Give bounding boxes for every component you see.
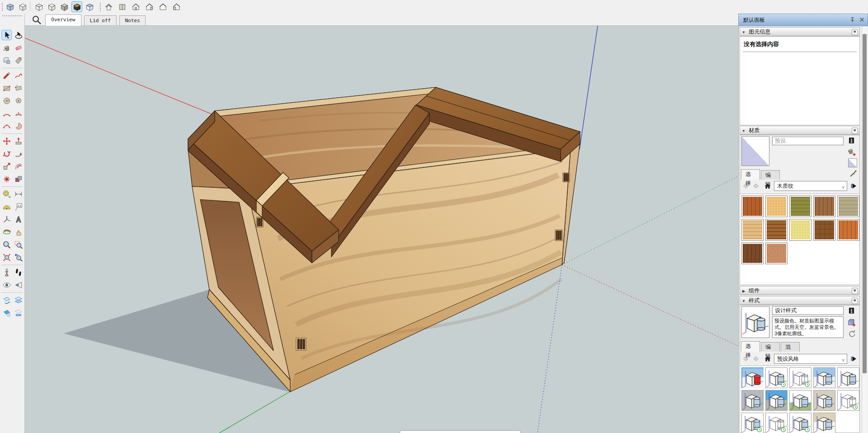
style-thumbnail-red-cylinder-sky[interactable] [741, 367, 764, 388]
materials-tab-选择[interactable]: 选择 [741, 169, 760, 180]
material-swatch-orange-planks[interactable] [837, 219, 859, 241]
tool-zoom-previous-button[interactable] [13, 252, 24, 262]
view-left-button[interactable] [171, 1, 182, 12]
style-name-field[interactable]: 设计样式 [772, 306, 844, 315]
tool-section-plane-button[interactable] [1, 295, 12, 305]
model-viewport[interactable] [25, 26, 738, 433]
view-top-button[interactable] [117, 1, 127, 12]
section-header-styles[interactable]: ▼ 样式 ■ [740, 296, 860, 305]
face-style-back-edges-button[interactable] [17, 1, 28, 12]
section-close-icon[interactable]: ■ [852, 288, 858, 294]
secondary-pane-button[interactable] [847, 136, 856, 145]
tool-dimension-button[interactable] [13, 189, 24, 199]
material-swatch-cherry[interactable] [741, 195, 764, 217]
view-back-button[interactable] [157, 1, 168, 12]
tool-position-camera-button[interactable] [1, 267, 12, 277]
active-material-sample[interactable] [848, 158, 857, 167]
style-thumbnail-green-ground[interactable] [789, 390, 811, 411]
tool-3d-text-button[interactable] [13, 214, 24, 224]
styles-tab-选择[interactable]: 选择 [741, 341, 760, 352]
tool-rectangle-button[interactable] [1, 83, 12, 93]
toolbar-grip[interactable] [1, 2, 3, 11]
tool-offset-button[interactable] [13, 161, 24, 171]
tool-make-component-button[interactable] [1, 55, 12, 66]
tool-rotated-rectangle-button[interactable] [13, 83, 24, 93]
styles-home-button[interactable] [763, 354, 773, 364]
style-thumbnail-wireframe-axes[interactable] [765, 413, 788, 433]
tool-axes-button[interactable] [1, 214, 12, 224]
scene-tab-overview[interactable]: Overview [45, 14, 81, 26]
tool-arc-button[interactable] [1, 108, 12, 119]
tool-circle-button[interactable] [1, 95, 12, 106]
style-thumbnail-gray-background[interactable] [741, 390, 764, 411]
face-style-monochrome-button[interactable] [84, 1, 95, 12]
tool-tape-measure-button[interactable] [1, 189, 12, 199]
material-swatch-maple-burl[interactable] [789, 219, 811, 241]
materials-collection-dropdown[interactable]: 木质纹∨ [774, 181, 847, 191]
tool-protractor-button[interactable] [1, 201, 12, 212]
styles-forward-button[interactable] [751, 354, 761, 364]
tray-scrollbar-thumb[interactable] [863, 34, 867, 373]
tray-title-bar[interactable]: 默认面板 [738, 14, 868, 26]
secondary-pane-button[interactable] [847, 306, 856, 315]
styles-tab-混合[interactable]: 混合 [781, 342, 800, 352]
tool-line-button[interactable] [1, 70, 12, 81]
face-style-hidden-line-button[interactable] [46, 1, 57, 12]
tool-push-pull-button[interactable] [13, 136, 24, 146]
create-material-button[interactable] [846, 147, 857, 157]
styles-collection-dropdown[interactable]: 预设风格∨ [774, 354, 847, 364]
section-close-icon[interactable]: ■ [852, 128, 858, 134]
section-header-entity-info[interactable]: ▼ 图元信息 ■ [740, 27, 860, 36]
style-preview[interactable] [741, 306, 769, 338]
tool-pan-button[interactable] [13, 227, 24, 237]
materials-tab-编辑[interactable]: 编辑 [761, 170, 780, 180]
tool-two-point-arc-button[interactable] [13, 108, 24, 119]
tool-orbit-button[interactable] [1, 227, 12, 237]
tool-select-button[interactable] [1, 30, 12, 40]
material-preview[interactable] [741, 136, 769, 166]
tool-follow-me-button[interactable] [13, 148, 24, 159]
view-iso-button[interactable] [103, 1, 114, 12]
section-header-components[interactable]: ▶ 组件 ■ [740, 286, 860, 295]
material-swatch-bamboo-brown[interactable] [813, 195, 835, 217]
materials-details-button[interactable] [849, 181, 859, 191]
materials-forward-button[interactable] [751, 181, 761, 191]
tool-eraser-button[interactable] [13, 43, 24, 53]
style-thumbnail-blue-sky-ground[interactable] [765, 390, 788, 411]
section-header-materials[interactable]: ▼ 材质 ■ [740, 126, 860, 135]
tool-outer-shell-button[interactable] [1, 174, 12, 184]
style-thumbnail-white-badged-2[interactable] [789, 413, 811, 433]
tool-tag-button[interactable] [13, 55, 24, 66]
material-name-field[interactable]: 预设 [772, 137, 844, 145]
tool-walk-button[interactable] [13, 267, 24, 277]
tool-polygon-button[interactable] [13, 95, 24, 106]
tool-section-cut-button[interactable] [13, 307, 24, 318]
tool-rotate-button[interactable] [1, 148, 12, 159]
tool-three-point-arc-button[interactable] [1, 121, 12, 131]
material-swatch-parquet[interactable] [813, 219, 835, 241]
style-thumbnail-hidden-line-style[interactable] [837, 390, 859, 411]
tool-section-fill-button[interactable] [1, 307, 12, 318]
style-thumbnail-plain-white[interactable] [837, 367, 859, 388]
tool-freehand-button[interactable] [13, 70, 24, 81]
eyedropper-button[interactable] [849, 169, 858, 178]
material-swatch-cork[interactable] [765, 195, 788, 217]
tool-scale-button[interactable] [1, 161, 12, 171]
tray-pin-button[interactable] [849, 16, 856, 23]
style-thumbnail-tan-sky[interactable] [813, 413, 835, 433]
tool-solid-tools-button[interactable] [13, 174, 24, 184]
tool-text-button[interactable]: A1 [13, 201, 24, 212]
material-swatch-blond-planks[interactable] [741, 219, 764, 241]
face-style-shaded-textures-button[interactable] [71, 1, 82, 12]
section-close-icon[interactable]: ■ [852, 29, 858, 35]
tool-lasso-select-button[interactable] [13, 30, 24, 40]
tool-zoom-button[interactable] [1, 239, 12, 250]
tool-zoom-extents-button[interactable] [1, 252, 12, 262]
refresh-style-button[interactable] [847, 329, 856, 338]
style-thumbnail-default-badged[interactable] [765, 367, 788, 388]
face-style-xray-button[interactable] [5, 1, 15, 12]
materials-home-button[interactable] [763, 181, 773, 191]
section-close-icon[interactable]: ■ [852, 298, 858, 304]
toolbar-grip[interactable] [99, 2, 101, 11]
tool-look-around-button[interactable] [1, 280, 12, 290]
